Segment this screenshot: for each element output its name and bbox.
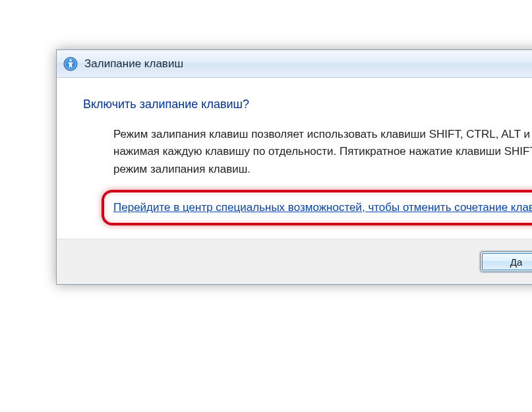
content-area: Включить залипание клавиш? Режим залипан… <box>57 78 532 239</box>
main-instruction: Включить залипание клавиш? <box>83 98 532 111</box>
link-highlight-region: Перейдите в центр специальных возможност… <box>102 190 532 225</box>
dialog-title: Залипание клавиш <box>84 57 183 71</box>
body-text: Режим залипания клавиш позволяет использ… <box>113 126 532 178</box>
sticky-keys-dialog: Залипание клавиш Включить залипание клав… <box>56 49 532 285</box>
svg-point-2 <box>69 59 72 61</box>
yes-button[interactable]: Да <box>480 251 532 272</box>
dialog-footer: Да Нет <box>57 239 532 284</box>
body-block: Режим залипания клавиш позволяет использ… <box>83 126 532 225</box>
title-bar: Залипание клавиш <box>57 50 532 78</box>
accessibility-icon <box>63 57 78 71</box>
ease-of-access-link[interactable]: Перейдите в центр специальных возможност… <box>113 201 532 214</box>
